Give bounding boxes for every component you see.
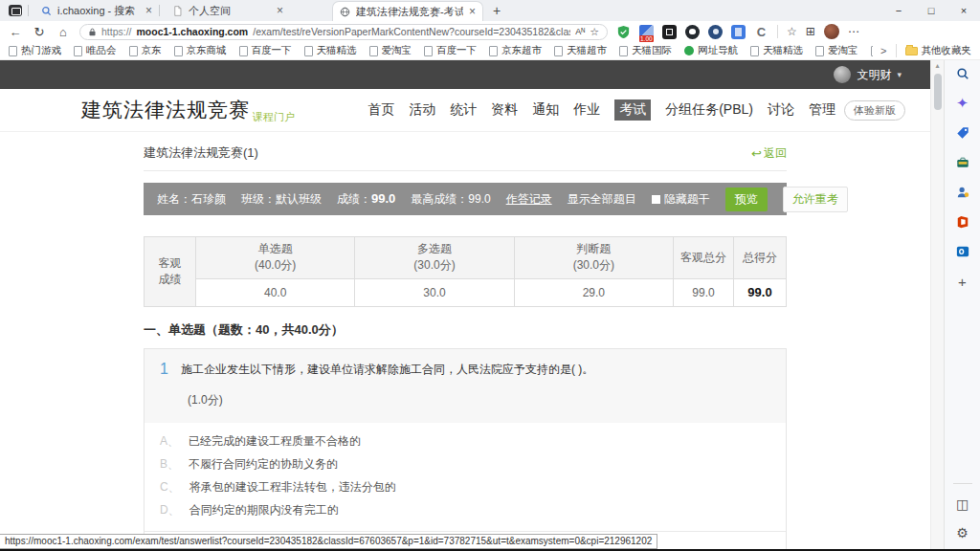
sidebar-panel-button[interactable]: ◫	[954, 496, 971, 513]
tab-chaoxing-search[interactable]: i.chaoxing - 搜索 ×	[34, 0, 159, 21]
bookmark-item[interactable]: 天猫精选	[750, 44, 803, 57]
adguard-shield-icon[interactable]	[616, 25, 631, 39]
flag-extension-icon[interactable]: 1.00	[639, 25, 654, 39]
tab-close-icon[interactable]: ×	[277, 5, 283, 16]
bookmark-item[interactable]: 爱淘宝	[369, 44, 412, 57]
back-link[interactable]: ↩ 返回	[751, 145, 787, 162]
page-scrollbar[interactable]: ▴	[930, 60, 944, 549]
bookmark-label: 网址导航	[698, 44, 738, 57]
option-c[interactable]: C、将承包的建设工程非法转包，违法分包的	[160, 476, 770, 499]
bookmark-item[interactable]: 京东	[871, 44, 874, 57]
outlook-button[interactable]	[954, 243, 971, 260]
minimize-button[interactable]: −	[882, 0, 915, 21]
c-extension-icon[interactable]: C	[754, 25, 768, 39]
settings-button[interactable]: ⚙	[954, 524, 971, 541]
nav-materials[interactable]: 资料	[491, 101, 518, 119]
nav-statistics[interactable]: 统计	[450, 101, 477, 119]
favorites-button[interactable]: ☆	[787, 25, 797, 38]
bookmark-label: 爱淘宝	[828, 44, 858, 57]
nav-pbl[interactable]: 分组任务(PBL)	[665, 101, 753, 119]
page-icon	[424, 46, 433, 56]
bookmark-item[interactable]: 京东超市	[489, 44, 542, 57]
page-icon	[750, 46, 759, 56]
copilot-button[interactable]: ✦	[954, 95, 971, 112]
back-button[interactable]: ←	[8, 26, 23, 38]
more-menu-button[interactable]: ⋯	[848, 25, 859, 38]
show-all-questions[interactable]: 显示全部题目	[568, 191, 636, 208]
scrollbar-thumb[interactable]	[934, 74, 942, 110]
scroll-up-arrow[interactable]: ▴	[931, 60, 944, 72]
status-url-tooltip: https://mooc1-1.chaoxing.com/exam/test/a…	[0, 534, 657, 549]
bookmark-item[interactable]: 爱淘宝	[815, 44, 858, 57]
hide-stem-option[interactable]: 隐藏题干	[652, 191, 710, 208]
address-bar[interactable]: https://mooc1-1.chaoxing.com/exam/test/r…	[79, 24, 608, 40]
edge-sidebar: ✦ + ◫ ⚙	[944, 60, 980, 549]
new-tab-button[interactable]: +	[493, 3, 501, 18]
option-d[interactable]: D、合同约定的期限内没有完工的	[160, 499, 770, 522]
tab-personal-space[interactable]: 个人空间 ×	[166, 0, 290, 21]
option-a[interactable]: A、已经完成的建设工程质量不合格的	[160, 430, 770, 453]
preview-button[interactable]: 预览	[725, 187, 768, 211]
maximize-button[interactable]: □	[915, 0, 947, 21]
tab-close-icon[interactable]: ×	[469, 6, 476, 17]
nav-manage[interactable]: 管理	[809, 101, 835, 119]
tab-close-icon[interactable]: ×	[145, 5, 152, 16]
bookmark-item[interactable]: 天猫精选	[304, 44, 357, 57]
github-extension-icon[interactable]	[685, 25, 700, 39]
sidebar-add-button[interactable]: +	[954, 273, 971, 290]
black-extension-icon[interactable]	[662, 25, 677, 39]
bookmark-item[interactable]: 热门游戏	[9, 44, 61, 57]
bookmark-item[interactable]: 京东商城	[174, 44, 227, 57]
bookmark-label: 京东商城	[187, 44, 227, 57]
read-aloud-button[interactable]: Aᴺ	[575, 27, 585, 36]
shopping-button[interactable]	[954, 124, 971, 142]
office-button[interactable]	[954, 213, 971, 231]
course-portal-link[interactable]: 课程门户	[253, 110, 295, 131]
blue-docs-extension-icon[interactable]	[731, 25, 746, 39]
nav-exam-active[interactable]: 考试	[614, 99, 651, 121]
user-avatar[interactable]	[834, 66, 851, 83]
navy-extension-icon[interactable]	[708, 25, 723, 39]
browser-toolbar: ← ↻ ⌂ https://mooc1-1.chaoxing.com/exam/…	[0, 21, 980, 42]
allow-retake-button[interactable]: 允许重考	[783, 187, 848, 212]
bookmark-item[interactable]: 网址导航	[684, 44, 738, 57]
collections-button[interactable]: ⊞	[806, 25, 815, 38]
score-value: 30.0	[355, 278, 514, 306]
score-header: 客观总分	[674, 237, 734, 279]
bookmark-item[interactable]: 天猫国际	[619, 44, 672, 57]
community-button[interactable]	[954, 184, 971, 201]
tab-actions-menu-button[interactable]	[9, 5, 22, 16]
best-score: 最高成绩：99.0	[411, 191, 490, 208]
nav-activity[interactable]: 活动	[409, 101, 435, 119]
option-b[interactable]: B、不履行合同约定的协助义务的	[160, 453, 770, 476]
close-button[interactable]: ×	[947, 0, 980, 21]
caret-down-icon[interactable]: ▾	[897, 70, 902, 79]
other-favorites-button[interactable]: 其他收藏夹	[905, 44, 972, 57]
favorite-star-button[interactable]: ☆	[590, 26, 599, 38]
nav-discussion[interactable]: 讨论	[768, 101, 794, 119]
nav-notifications[interactable]: 通知	[532, 101, 559, 119]
hide-stem-checkbox[interactable]	[652, 195, 660, 204]
home-button[interactable]: ⌂	[56, 26, 71, 38]
bookmark-item[interactable]: 百度一下	[424, 44, 477, 57]
tab-exam-active[interactable]: 建筑法律法规竞赛-考试 ×	[332, 1, 483, 21]
bookmark-item[interactable]: 京东	[129, 44, 162, 57]
sidebar-search-button[interactable]	[954, 65, 971, 82]
briefcase-button[interactable]	[954, 154, 971, 171]
lock-icon	[88, 28, 97, 36]
nav-homework[interactable]: 作业	[573, 101, 600, 119]
try-new-version-button[interactable]: 体验新版	[844, 100, 905, 121]
refresh-button[interactable]: ↻	[32, 26, 47, 38]
answer-record-link[interactable]: 作答记录	[506, 191, 552, 208]
nav-home[interactable]: 首页	[368, 101, 394, 119]
bookmarks-overflow-button[interactable]: >	[880, 45, 886, 56]
browser-profile-avatar[interactable]	[824, 24, 839, 39]
option-text: 将承包的建设工程非法转包，违法分包的	[189, 479, 396, 496]
hide-stem-label: 隐藏题干	[664, 191, 710, 208]
bookmark-item[interactable]: 百度一下	[239, 44, 292, 57]
bookmark-item[interactable]: 唯品会	[74, 44, 117, 57]
user-name[interactable]: 文明财	[857, 67, 891, 83]
bookmark-label: 天猫精选	[317, 44, 357, 57]
bookmark-item[interactable]: 天猫超市	[554, 44, 607, 57]
page-icon	[74, 46, 82, 56]
